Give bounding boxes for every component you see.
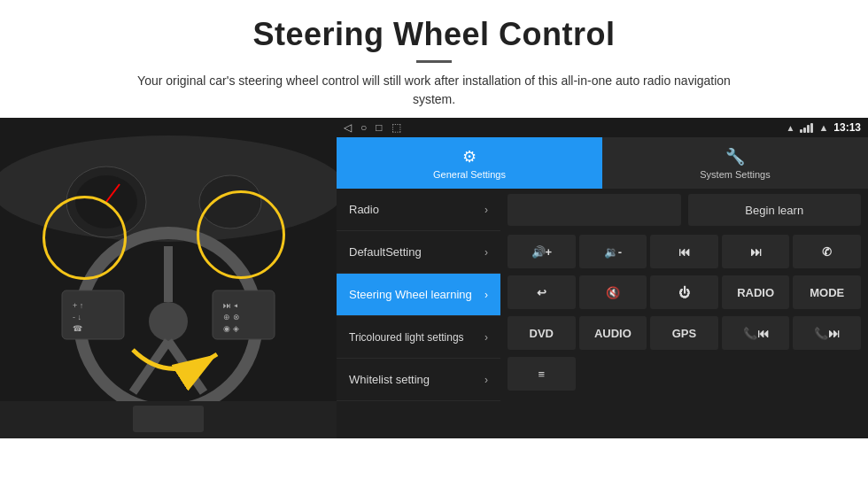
svg-rect-20 [133, 406, 204, 432]
android-screen: ◁ ○ □ ⬚ ▲ ▲ 13:13 [337, 118, 868, 438]
control-buttons-row2: ↩ 🔇 ⏻ RADIO MODE [500, 272, 868, 313]
tel-next-icon: 📞⏭ [814, 327, 840, 340]
power-button[interactable]: ⏻ [650, 275, 718, 309]
menu-item-radio[interactable]: Radio › [337, 189, 500, 231]
dvd-button[interactable]: DVD [508, 316, 576, 350]
audio-button[interactable]: AUDIO [579, 316, 647, 350]
audio-label: AUDIO [594, 327, 632, 340]
screenshot-icon[interactable]: ⬚ [391, 121, 401, 134]
phone-hangup-icon: ↩ [537, 286, 546, 299]
tab-general-settings[interactable]: ⚙ General Settings [337, 137, 602, 189]
svg-text:⏭ ◀: ⏭ ◀ [223, 301, 238, 310]
begin-learn-row: Begin learn [500, 189, 868, 231]
title-divider [416, 60, 452, 63]
mode-label: MODE [810, 286, 844, 299]
menu-item-steering[interactable]: Steering Wheel learning › [337, 274, 500, 316]
mode-button[interactable]: MODE [793, 275, 861, 309]
vol-down-icon: 🔉 [604, 245, 618, 259]
menu-default-label: DefaultSetting [349, 245, 422, 259]
system-settings-icon: 🔧 [725, 147, 745, 166]
menu-item-whitelist[interactable]: Whitelist setting › [337, 359, 500, 401]
begin-learn-button[interactable]: Begin learn [688, 194, 862, 226]
menu-icon-button[interactable]: ≡ [508, 357, 576, 391]
menu-steering-arrow: › [484, 289, 488, 301]
left-menu: Radio › DefaultSetting › Steering Wheel … [337, 189, 500, 438]
status-bar-right: ▲ ▲ 13:13 [787, 121, 862, 134]
menu-list-icon: ≡ [539, 368, 546, 381]
svg-text:⊕ ⊗: ⊕ ⊗ [223, 313, 240, 321]
status-bar: ◁ ○ □ ⬚ ▲ ▲ 13:13 [337, 118, 868, 137]
wifi-icon: ▲ [818, 122, 828, 133]
gps-button[interactable]: GPS [650, 316, 718, 350]
recent-nav-icon[interactable]: □ [376, 121, 382, 134]
page-title: Steering Wheel Control [18, 16, 850, 53]
menu-steering-label: Steering Wheel learning [349, 288, 472, 301]
right-controls: Begin learn 🔊+ 🔉- ⏮ ⏭ [500, 189, 868, 438]
next-track-icon: ⏭ [750, 245, 762, 259]
menu-default-arrow: › [484, 246, 488, 259]
phone-hangup-button[interactable]: ↩ [508, 275, 576, 309]
svg-text:☎: ☎ [73, 324, 82, 333]
control-buttons-row1: 🔊+ 🔉- ⏮ ⏭ ✆ [500, 231, 868, 272]
dvd-label: DVD [530, 327, 554, 340]
car-image-bg: + ↑ - ↓ ☎ ⏭ ◀ ⊕ ⊗ ◉ ◈ [0, 118, 337, 438]
highlight-circle-right [197, 190, 285, 279]
tel-next-button[interactable]: 📞⏭ [793, 316, 861, 350]
car-image-area: + ↑ - ↓ ☎ ⏭ ◀ ⊕ ⊗ ◉ ◈ [0, 118, 337, 438]
content-area: + ↑ - ↓ ☎ ⏭ ◀ ⊕ ⊗ ◉ ◈ [0, 118, 868, 438]
general-settings-icon: ⚙ [462, 147, 477, 166]
prev-track-icon: ⏮ [678, 245, 690, 259]
svg-rect-11 [62, 290, 124, 339]
home-nav-icon[interactable]: ○ [360, 121, 367, 134]
status-bar-left: ◁ ○ □ ⬚ [344, 121, 401, 134]
subtitle: Your original car's steering wheel contr… [124, 72, 744, 109]
mute-icon: 🔇 [606, 286, 620, 299]
radio-button[interactable]: RADIO [722, 275, 790, 309]
phone-answer-icon: ✆ [822, 245, 832, 259]
tab-system-settings[interactable]: 🔧 System Settings [602, 137, 868, 189]
menu-tricoloured-arrow: › [484, 331, 488, 344]
signal-icon [800, 123, 813, 133]
menu-item-default[interactable]: DefaultSetting › [337, 231, 500, 274]
gps-label: GPS [672, 327, 696, 340]
control-buttons-row3: DVD AUDIO GPS 📞⏮ 📞⏭ [500, 313, 868, 353]
svg-text:+ ↑: + ↑ [73, 301, 83, 310]
control-buttons-row4: ≡ [500, 353, 868, 394]
next-track-button[interactable]: ⏭ [722, 235, 790, 268]
tel-prev-button[interactable]: 📞⏮ [722, 316, 790, 350]
status-time: 13:13 [833, 121, 861, 134]
tab-bar: ⚙ General Settings 🔧 System Settings [337, 137, 868, 189]
tel-prev-icon: 📞⏮ [743, 327, 769, 340]
arrow-indicator [124, 323, 230, 394]
learn-spacer [508, 194, 681, 226]
menu-tricoloured-label: Tricoloured light settings [349, 331, 464, 344]
vol-up-icon: 🔊 [531, 245, 546, 259]
gps-status-icon: ▲ [787, 123, 795, 133]
vol-up-button[interactable]: 🔊+ [508, 235, 576, 268]
menu-radio-arrow: › [484, 204, 488, 216]
main-panel: Radio › DefaultSetting › Steering Wheel … [337, 189, 868, 438]
mute-button[interactable]: 🔇 [579, 275, 647, 309]
back-nav-icon[interactable]: ◁ [344, 121, 352, 134]
phone-answer-button[interactable]: ✆ [793, 235, 861, 268]
vol-down-button[interactable]: 🔉- [579, 235, 647, 268]
tab-general-label: General Settings [433, 169, 506, 180]
svg-text:- ↓: - ↓ [73, 313, 81, 321]
highlight-circle-left [43, 196, 127, 280]
radio-label: RADIO [737, 286, 774, 299]
prev-track-button[interactable]: ⏮ [650, 235, 718, 268]
menu-radio-label: Radio [349, 203, 379, 216]
tab-system-label: System Settings [700, 169, 770, 180]
menu-whitelist-arrow: › [484, 374, 488, 386]
power-icon: ⏻ [678, 286, 690, 299]
menu-item-tricoloured[interactable]: Tricoloured light settings › [337, 316, 500, 359]
menu-whitelist-label: Whitelist setting [349, 373, 430, 386]
top-section: Steering Wheel Control Your original car… [0, 0, 868, 118]
